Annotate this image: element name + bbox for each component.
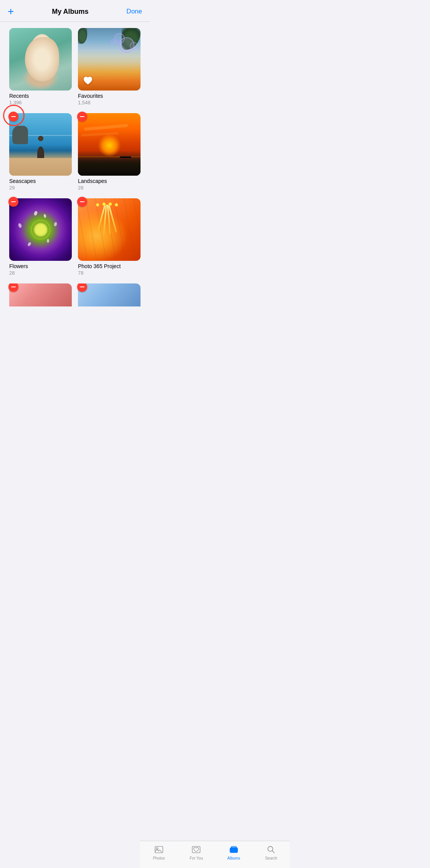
- delete-seascapes-button[interactable]: [8, 112, 18, 122]
- album-item-partial1[interactable]: [6, 283, 75, 306]
- album-thumb-favourites: [78, 28, 141, 91]
- album-thumb-partial1: [9, 283, 72, 306]
- album-item-flowers[interactable]: Flowers 28: [6, 198, 75, 283]
- album-name-favourites: Favourites: [78, 93, 141, 99]
- favourites-heart-icon: [82, 74, 94, 87]
- album-count-photo365: 78: [78, 270, 141, 276]
- album-item-favourites[interactable]: Favourites 1,548: [75, 28, 144, 113]
- album-item-partial2[interactable]: [75, 283, 144, 306]
- album-item-photo365[interactable]: Photo 365 Project 78: [75, 198, 144, 283]
- album-name-landscapes: Landscapes: [78, 178, 141, 184]
- album-item-recents[interactable]: Recents 1,396: [6, 28, 75, 113]
- partial-albums-row: [0, 283, 150, 306]
- add-album-button[interactable]: +: [8, 6, 14, 17]
- album-thumb-landscapes: [78, 113, 141, 176]
- albums-grid: Recents 1,396 F: [0, 22, 150, 283]
- done-button[interactable]: Done: [126, 8, 142, 15]
- album-item-landscapes[interactable]: Landscapes 28: [75, 113, 144, 198]
- albums-scroll-content: Recents 1,396 F: [0, 22, 150, 341]
- page-title: My Albums: [52, 8, 88, 16]
- album-count-favourites: 1,548: [78, 100, 141, 105]
- header: + My Albums Done: [0, 0, 150, 22]
- album-thumb-seascapes: [9, 113, 72, 176]
- album-name-flowers: Flowers: [9, 263, 72, 269]
- album-thumb-partial2: [78, 283, 141, 306]
- album-name-recents: Recents: [9, 93, 72, 99]
- album-thumb-photo365: [78, 198, 141, 261]
- album-name-photo365: Photo 365 Project: [78, 263, 141, 269]
- album-count-seascapes: 29: [9, 185, 72, 191]
- delete-flowers-button[interactable]: [8, 197, 18, 207]
- album-thumb-recents: [9, 28, 72, 91]
- album-thumb-flowers: [9, 198, 72, 261]
- delete-landscapes-button[interactable]: [77, 112, 87, 122]
- delete-photo365-button[interactable]: [77, 197, 87, 207]
- album-count-landscapes: 28: [78, 185, 141, 191]
- album-count-flowers: 28: [9, 270, 72, 276]
- album-item-seascapes[interactable]: Seascapes 29: [6, 113, 75, 198]
- album-name-seascapes: Seascapes: [9, 178, 72, 184]
- album-count-recents: 1,396: [9, 100, 72, 105]
